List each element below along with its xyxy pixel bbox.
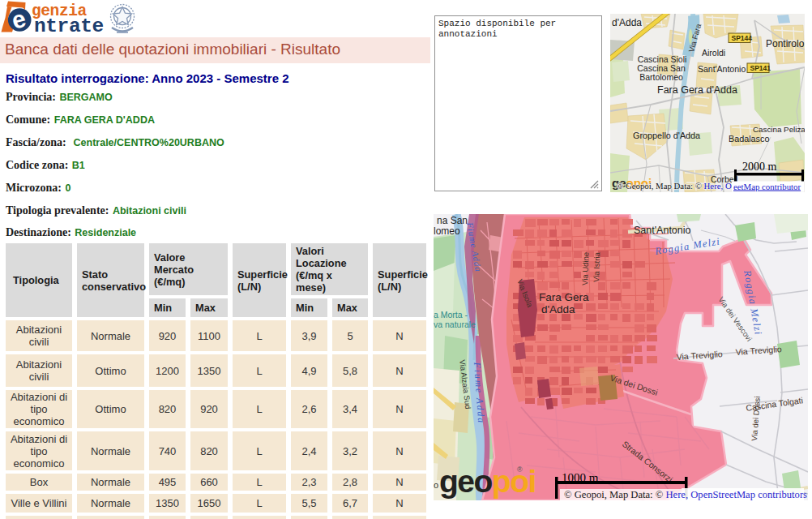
svg-text:SP144: SP144 bbox=[732, 34, 753, 42]
svg-text:© Geopoi, Map Data: © Here, Op: © Geopoi, Map Data: © Here, OpenS bbox=[617, 181, 749, 191]
svg-text:o: o bbox=[434, 480, 438, 490]
svg-text:2000 m: 2000 m bbox=[742, 161, 777, 173]
svg-text:Groppello d'Adda: Groppello d'Adda bbox=[633, 131, 700, 140]
svg-text:Bartolomeo: Bartolomeo bbox=[639, 72, 683, 82]
svg-text:va naturale: va naturale bbox=[434, 320, 476, 329]
svg-text:d'Adda: d'Adda bbox=[612, 17, 642, 28]
svg-text:Airoldi: Airoldi bbox=[702, 48, 725, 58]
svg-text:SP141: SP141 bbox=[750, 64, 771, 72]
svg-text:Cascina Peliza: Cascina Peliza bbox=[753, 125, 805, 134]
svg-text:Badalasco: Badalasco bbox=[729, 134, 769, 144]
svg-text:Fara Gera d'Adda: Fara Gera d'Adda bbox=[657, 84, 737, 96]
svg-text:lomeo: lomeo bbox=[434, 225, 460, 237]
svg-text:Pontirolo: Pontirolo bbox=[766, 38, 805, 49]
svg-text:Via Istria: Via Istria bbox=[592, 251, 601, 282]
svg-text:eetMap contributor: eetMap contributor bbox=[733, 182, 801, 191]
svg-text:© Geopoi, Map Data: © Here, Op: © Geopoi, Map Data: © Here, OpenStreetMa… bbox=[564, 489, 807, 500]
svg-text:®: ® bbox=[517, 465, 523, 474]
svg-text:Sant'Antonio: Sant'Antonio bbox=[634, 225, 691, 236]
svg-text:Via Udine: Via Udine bbox=[580, 252, 590, 285]
svg-text:Sant'Antonio: Sant'Antonio bbox=[698, 64, 746, 74]
svg-text:ntrate: ntrate bbox=[34, 15, 104, 37]
svg-text:a Morta -: a Morta - bbox=[434, 310, 468, 320]
svg-text:Fara Gera: Fara Gera bbox=[539, 291, 589, 303]
svg-text:na San: na San bbox=[437, 215, 468, 226]
svg-text:d'Adda: d'Adda bbox=[541, 303, 575, 315]
